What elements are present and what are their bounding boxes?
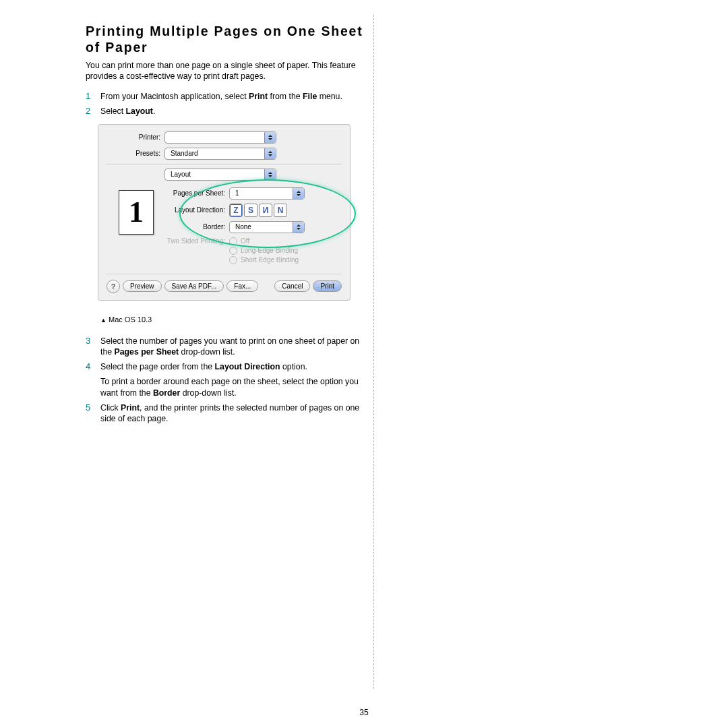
select-caps-icon	[293, 188, 304, 199]
presets-select[interactable]: Standard	[164, 148, 276, 160]
cancel-button[interactable]: Cancel	[274, 280, 310, 292]
step-item: 2Select Layout.	[86, 106, 366, 117]
print-dialog: Printer: Presets: Standard	[98, 124, 351, 301]
border-label: Border:	[163, 223, 229, 231]
select-caps-icon	[293, 222, 304, 233]
step-number: 2	[86, 106, 100, 117]
panel-value: Layout	[171, 171, 191, 178]
dialog-screenshot: Printer: Presets: Standard	[98, 124, 366, 301]
title-line1: Printing Multiple Pages on One Sheet	[86, 24, 363, 38]
print-button[interactable]: Print	[313, 280, 342, 292]
steps-top-list: 1From your Macintosh application, select…	[86, 91, 366, 117]
figure-caption: ▲ Mac OS 10.3	[100, 315, 366, 324]
step-item: 5Click Print, and the printer prints the…	[86, 402, 366, 425]
left-column: Printing Multiple Pages on One Sheet of …	[86, 23, 366, 428]
presets-value: Standard	[171, 150, 198, 157]
step-item: 4Select the page order from the Layout D…	[86, 361, 366, 399]
dialog-separator	[107, 164, 342, 164]
caption-text: Mac OS 10.3	[109, 315, 152, 324]
step-body: Select the page order from the Layout Di…	[100, 361, 366, 399]
preview-button[interactable]: Preview	[123, 280, 162, 292]
step-body: Select the number of pages you want to p…	[100, 336, 366, 358]
pps-select[interactable]: 1	[229, 187, 305, 200]
page-preview-box: 1	[119, 190, 154, 235]
printer-label: Printer:	[107, 133, 164, 141]
steps-bottom-list: 3Select the number of pages you want to …	[86, 336, 366, 425]
help-button[interactable]: ?	[107, 280, 120, 293]
title-line2: of Paper	[86, 40, 148, 55]
two-sided-off: Off	[229, 237, 299, 245]
dialog-separator	[107, 274, 342, 274]
step-body: Select Layout.	[100, 106, 366, 117]
two-sided-label: Two Sided Printing:	[163, 237, 229, 245]
layout-direction-label: Layout Direction:	[163, 206, 229, 214]
two-sided-long: Long-Edge Binding	[229, 247, 299, 255]
select-caps-icon	[264, 169, 276, 180]
layout-direction-buttons: ZSИN	[229, 204, 289, 217]
step-number: 1	[86, 91, 100, 102]
layout-direction-icon[interactable]: И	[259, 204, 272, 217]
select-caps-icon	[264, 132, 276, 143]
layout-direction-icon[interactable]: Z	[229, 204, 243, 217]
step-item: 1From your Macintosh application, select…	[86, 91, 366, 102]
column-divider	[373, 15, 374, 689]
printer-select[interactable]	[164, 131, 276, 144]
step-item: 3Select the number of pages you want to …	[86, 336, 366, 358]
caption-marker: ▲	[100, 317, 107, 324]
save-pdf-button[interactable]: Save As PDF...	[164, 280, 224, 292]
section-title: Printing Multiple Pages on One Sheet of …	[86, 23, 366, 56]
two-sided-short: Short Edge Binding	[229, 256, 299, 264]
step-body: From your Macintosh application, select …	[100, 91, 366, 102]
step-number: 4	[86, 361, 100, 399]
step-number: 3	[86, 336, 100, 358]
fax-button[interactable]: Fax...	[226, 280, 258, 292]
border-select[interactable]: None	[229, 221, 305, 233]
panel-select[interactable]: Layout	[164, 169, 276, 181]
step-body: Click Print, and the printer prints the …	[100, 402, 366, 425]
presets-label: Presets:	[107, 150, 164, 157]
pps-value: 1	[235, 189, 239, 197]
layout-direction-icon[interactable]: S	[244, 204, 257, 217]
layout-direction-icon[interactable]: N	[274, 204, 287, 217]
step-number: 5	[86, 402, 100, 425]
page-number: 35	[0, 708, 728, 717]
intro-paragraph: You can print more than one page on a si…	[86, 60, 366, 82]
pps-label: Pages per Sheet:	[163, 189, 229, 197]
border-value: None	[235, 223, 251, 231]
select-caps-icon	[264, 148, 276, 159]
